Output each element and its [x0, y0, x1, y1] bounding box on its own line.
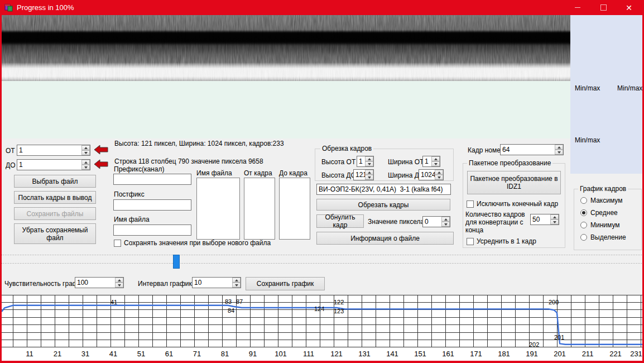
keep-values-checkbox[interactable]: Сохранять значения при выборе нового фай… [114, 239, 271, 247]
pixel-value-spinner[interactable]: 0 [422, 216, 450, 227]
spinner-down-button[interactable] [550, 219, 559, 225]
spinner-up-button[interactable] [555, 145, 563, 150]
graph-mode-title: График кадров [578, 185, 628, 193]
spinner-value: 1 [17, 160, 81, 170]
exclude-last-frame-label: Исключить конечный кадр [477, 200, 558, 208]
spinner-up-button[interactable] [232, 278, 241, 283]
prefix-label: Префикс(канал) [114, 165, 164, 173]
spinner-up-button[interactable] [81, 160, 90, 165]
spinner-up-button[interactable] [365, 156, 373, 161]
maximize-button[interactable] [590, 0, 616, 15]
width-to-spinner[interactable]: 1024 [419, 169, 444, 180]
width-from-spinner[interactable]: 1 [422, 156, 440, 167]
window-border-bottom [0, 361, 644, 363]
spinner-down-button[interactable] [115, 283, 123, 288]
height-to-label: Высота ДО [321, 171, 356, 179]
from-spinner[interactable]: 1 [17, 145, 90, 156]
average-to-one-checkbox[interactable]: Усреднить в 1 кадр [467, 237, 536, 245]
filename-input[interactable] [113, 225, 191, 236]
prefix-input[interactable] [113, 174, 191, 185]
spinner-up-button[interactable] [81, 145, 90, 150]
crop-frames-button[interactable]: Обрезать кадры [316, 199, 450, 211]
radio-label: Максимум [590, 197, 622, 204]
spinner-value: 1024 [419, 170, 435, 180]
filename-label: Имя файла [114, 216, 150, 223]
x-axis-tick: 111 [303, 350, 314, 358]
app-icon[interactable] [4, 4, 13, 12]
graph-mode-option[interactable]: Среднее [580, 207, 626, 219]
sensor-image-view[interactable] [2, 15, 570, 81]
spinner-down-button[interactable] [232, 283, 241, 288]
checkbox-icon [467, 238, 474, 245]
to-frame-listbox[interactable] [279, 178, 310, 240]
batch-convert-button[interactable]: Пакетное преобразование в IDZ1 [467, 171, 561, 194]
x-axis-tick: 191 [526, 350, 538, 358]
svg-text:87: 87 [236, 298, 243, 305]
spinner-down-button[interactable] [435, 175, 443, 180]
spinner-up-button[interactable] [441, 217, 450, 222]
convert-count-spinner[interactable]: 50 [530, 214, 559, 225]
spinner-down-button[interactable] [81, 165, 90, 170]
maximize-icon [600, 4, 607, 11]
x-axis-tick: 41 [109, 350, 117, 358]
load-to-arrow-icon[interactable] [94, 159, 108, 170]
spinner-up-button[interactable] [115, 278, 123, 283]
interval-spinner[interactable]: 10 [192, 277, 241, 288]
from-frame-listbox[interactable] [244, 178, 275, 240]
load-from-arrow-icon[interactable] [94, 144, 108, 155]
frame-number-spinner[interactable]: 64 [500, 144, 564, 155]
file-title-input[interactable] [316, 184, 451, 195]
filename-listbox[interactable] [196, 178, 240, 240]
save-graph-button[interactable]: Сохранить график [246, 277, 325, 290]
list-to-header: До кадра [279, 169, 307, 177]
spinner-up-button[interactable] [550, 214, 559, 219]
x-axis-tick: 121 [330, 350, 343, 358]
spinner-down-button[interactable] [431, 161, 440, 166]
spinner-down-button[interactable] [81, 150, 90, 155]
chart-x-axis: 1121314151617181911011111211311411511611… [2, 347, 642, 361]
spinner-down-button[interactable] [365, 161, 373, 166]
spinner-value: 50 [531, 214, 550, 225]
x-axis-tick: 181 [498, 350, 510, 358]
height-from-spinner[interactable]: 1 [357, 156, 374, 167]
app-window: Progress in 100% ✕ Min/max Min/max Min/m… [0, 0, 644, 363]
exclude-last-frame-checkbox[interactable]: Исключить конечный кадр [467, 200, 558, 208]
graph-mode-option[interactable]: Максимум [580, 194, 626, 207]
image-info-line: Высота: 121 пиксел, Ширина: 1024 пиксел,… [114, 140, 284, 147]
svg-text:123: 123 [334, 308, 344, 314]
trackbar-thumb[interactable] [173, 255, 180, 269]
spinner-down-button[interactable] [555, 150, 563, 155]
image-bands-overlay [2, 15, 570, 81]
spinner-up-button[interactable] [365, 170, 373, 175]
convert-count-label: Количество кадров для конвертации с конц… [465, 211, 528, 234]
list-from-header: От кадра [244, 169, 272, 177]
titlebar: Progress in 100% ✕ [0, 0, 644, 15]
spinner-value: 121 [354, 170, 365, 180]
crop-group-title: Обрезка кадров [320, 145, 373, 152]
svg-text:84: 84 [228, 307, 234, 314]
frame-trackbar[interactable] [2, 252, 642, 270]
svg-text:200: 200 [549, 299, 559, 305]
zero-frame-button[interactable]: Обнулить кадр [316, 214, 364, 228]
postfix-input[interactable] [113, 199, 191, 211]
spinner-down-button[interactable] [365, 175, 373, 180]
to-spinner[interactable]: 1 [17, 159, 90, 170]
graph-mode-option[interactable]: Выделение [580, 231, 626, 243]
graph-mode-option[interactable]: Минимум [580, 219, 626, 231]
remove-saved-file-button[interactable]: Убрать сохраняемый файл [14, 223, 96, 244]
keep-values-label: Сохранять значения при выборе нового фай… [124, 239, 271, 247]
send-frames-button[interactable]: Послать кадры в вывод [14, 191, 96, 204]
height-from-label: Высота ОТ [321, 158, 355, 166]
spinner-value: 10 [193, 278, 232, 288]
file-info-button[interactable]: Информация о файле [316, 232, 454, 245]
height-to-spinner[interactable]: 121 [353, 169, 374, 180]
spinner-up-button[interactable] [431, 156, 440, 161]
spinner-down-button[interactable] [441, 222, 450, 227]
close-button[interactable]: ✕ [616, 0, 642, 15]
spinner-up-button[interactable] [435, 170, 443, 175]
trackbar-ticks-top [2, 255, 642, 255]
minimize-button[interactable] [565, 0, 590, 15]
choose-file-button[interactable]: Выбрать файл [14, 175, 96, 188]
sensitivity-spinner[interactable]: 100 [75, 277, 124, 288]
spinner-value: 64 [501, 145, 555, 155]
